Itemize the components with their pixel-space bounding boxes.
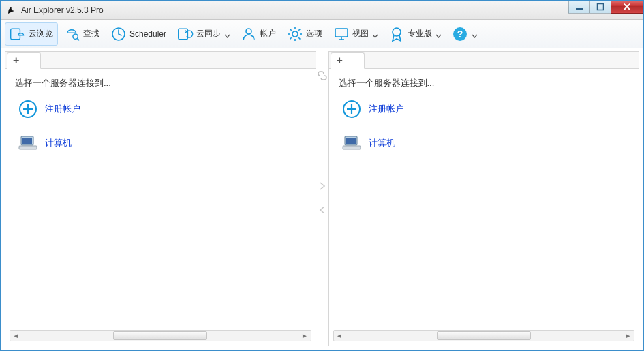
- main-toolbar: 云浏览 查找 Scheduler 云同步 帐户 选项 视图: [1, 20, 643, 48]
- badge-icon: [388, 26, 405, 42]
- left-tabstrip: +: [5, 52, 316, 69]
- toolbar-accounts-label: 帐户: [260, 28, 276, 40]
- toolbar-view-label: 视图: [352, 28, 369, 40]
- right-register-row[interactable]: 注册帐户: [341, 99, 632, 119]
- clock-icon: [110, 26, 127, 42]
- toolbar-cloud-sync[interactable]: 云同步: [172, 22, 234, 46]
- sync-icon: [177, 26, 194, 42]
- svg-rect-0: [576, 8, 583, 10]
- right-horizontal-scrollbar[interactable]: ◄ ►: [333, 330, 635, 341]
- svg-line-15: [290, 37, 292, 39]
- svg-rect-17: [335, 29, 348, 37]
- minimize-button[interactable]: [568, 0, 590, 14]
- svg-text:?: ?: [457, 29, 463, 40]
- window-title: Air Explorer v2.5.3 Pro: [21, 5, 104, 15]
- svg-rect-27: [22, 138, 32, 144]
- chevron-down-icon: [225, 31, 230, 36]
- plus-icon: +: [337, 55, 343, 67]
- chevron-down-icon: [436, 31, 441, 36]
- collapse-left-icon[interactable]: [319, 205, 326, 217]
- svg-rect-34: [343, 146, 361, 149]
- right-add-tab[interactable]: +: [331, 52, 365, 69]
- left-horizontal-scrollbar[interactable]: ◄ ►: [10, 330, 311, 341]
- toolbar-search-label: 查找: [83, 28, 99, 40]
- svg-line-16: [298, 29, 300, 30]
- right-computer-link[interactable]: 计算机: [369, 137, 395, 149]
- toolbar-options[interactable]: 选项: [282, 22, 327, 46]
- help-icon: ?: [452, 26, 468, 42]
- scroll-track[interactable]: [22, 331, 299, 340]
- collapse-right-icon[interactable]: [319, 181, 326, 193]
- monitor-icon: [333, 26, 350, 42]
- toolbar-options-label: 选项: [306, 28, 322, 40]
- right-tabstrip: +: [329, 52, 639, 69]
- chevron-down-icon: [373, 31, 378, 36]
- scroll-left-icon[interactable]: ◄: [10, 331, 22, 341]
- toolbar-accounts[interactable]: 帐户: [236, 22, 281, 46]
- svg-rect-28: [19, 146, 37, 149]
- right-pane: + 选择一个服务器连接到... 注册帐户 计算机 ◄: [328, 51, 640, 346]
- link-panes-icon[interactable]: [317, 70, 328, 83]
- left-prompt-text: 选择一个服务器连接到...: [15, 77, 309, 89]
- plus-circle-icon: [341, 99, 362, 119]
- toolbar-cloud-browse-label: 云浏览: [29, 28, 53, 40]
- user-icon: [241, 26, 257, 42]
- maximize-button[interactable]: [589, 0, 611, 14]
- gear-icon: [287, 26, 303, 42]
- svg-point-3: [73, 34, 78, 39]
- cloud-browse-icon: [10, 26, 26, 42]
- toolbar-cloud-browse[interactable]: 云浏览: [5, 22, 58, 46]
- scroll-left-icon[interactable]: ◄: [334, 331, 346, 341]
- svg-rect-33: [346, 138, 356, 144]
- right-prompt-text: 选择一个服务器连接到...: [339, 77, 632, 89]
- svg-point-20: [393, 28, 401, 36]
- left-register-link[interactable]: 注册帐户: [45, 103, 80, 115]
- scroll-right-icon[interactable]: ►: [299, 331, 311, 341]
- scroll-right-icon[interactable]: ►: [622, 331, 634, 341]
- svg-point-8: [292, 31, 298, 37]
- toolbar-help[interactable]: ?: [447, 22, 482, 46]
- toolbar-search[interactable]: 查找: [59, 22, 104, 46]
- svg-point-7: [246, 29, 251, 34]
- title-bar: Air Explorer v2.5.3 Pro: [1, 1, 643, 20]
- toolbar-view[interactable]: 视图: [328, 22, 382, 46]
- scroll-thumb[interactable]: [113, 331, 207, 340]
- left-add-tab[interactable]: +: [7, 52, 41, 69]
- scroll-track[interactable]: [346, 331, 623, 340]
- computer-icon: [341, 133, 362, 153]
- plus-circle-icon: [18, 99, 38, 119]
- right-computer-row[interactable]: 计算机: [341, 133, 632, 153]
- content-area: + 选择一个服务器连接到... 注册帐户 计算机 ◄: [1, 48, 643, 350]
- toolbar-scheduler-label: Scheduler: [129, 29, 166, 39]
- search-cloud-icon: [64, 26, 80, 42]
- toolbar-cloud-sync-label: 云同步: [196, 28, 221, 40]
- pane-divider[interactable]: [316, 51, 328, 346]
- svg-line-13: [290, 29, 292, 30]
- close-button[interactable]: [611, 0, 643, 14]
- svg-rect-6: [179, 29, 188, 39]
- toolbar-pro-label: 专业版: [408, 28, 432, 40]
- svg-rect-1: [598, 3, 604, 10]
- app-icon: [6, 5, 17, 16]
- computer-icon: [18, 133, 38, 153]
- svg-line-4: [77, 38, 79, 40]
- right-register-link[interactable]: 注册帐户: [369, 103, 404, 115]
- left-register-row[interactable]: 注册帐户: [18, 99, 309, 119]
- chevron-down-icon: [472, 31, 477, 36]
- plus-icon: +: [13, 55, 19, 67]
- svg-line-14: [298, 37, 300, 39]
- left-computer-link[interactable]: 计算机: [45, 137, 72, 149]
- left-computer-row[interactable]: 计算机: [18, 133, 309, 153]
- toolbar-scheduler[interactable]: Scheduler: [106, 22, 171, 46]
- scroll-thumb[interactable]: [437, 331, 531, 340]
- toolbar-pro[interactable]: 专业版: [384, 22, 446, 46]
- left-pane: + 选择一个服务器连接到... 注册帐户 计算机 ◄: [5, 51, 316, 346]
